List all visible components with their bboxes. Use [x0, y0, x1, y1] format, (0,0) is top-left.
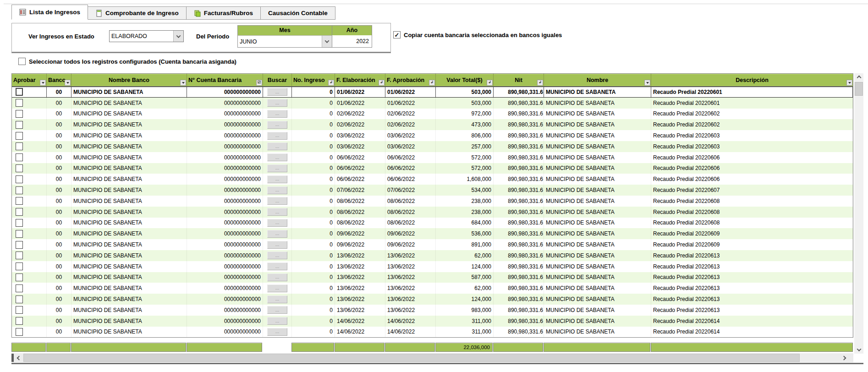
row-checkbox[interactable]	[16, 208, 23, 216]
column-header-aprobar[interactable]: Aprobar	[12, 74, 47, 86]
scroll-left-icon[interactable]	[15, 353, 23, 362]
table-row[interactable]: 00 MUNICIPIO DE SABANETA 000000000000 ..…	[12, 141, 853, 152]
buscar-button[interactable]: ...	[267, 88, 287, 96]
tab-causacion-contable[interactable]: Causación Contable	[261, 6, 335, 20]
table-row[interactable]: 00 MUNICIPIO DE SABANETA 000000000000 ..…	[12, 305, 853, 316]
row-checkbox[interactable]	[16, 328, 23, 336]
column-header-nombre[interactable]: Nombre	[544, 74, 651, 86]
table-row[interactable]: 00 MUNICIPIO DE SABANETA 000000000000 ..…	[12, 327, 853, 338]
row-checkbox[interactable]	[16, 132, 23, 140]
dropdown-icon[interactable]	[644, 80, 650, 86]
buscar-button[interactable]: ...	[267, 110, 287, 118]
tab-lista-de-ingresos[interactable]: Lista de Ingresos	[11, 5, 88, 20]
table-row[interactable]: 00 MUNICIPIO DE SABANETA 000000000000 ..…	[12, 185, 853, 196]
table-row[interactable]: 00 MUNICIPIO DE SABANETA 000000000000 ..…	[12, 283, 853, 294]
buscar-button[interactable]: ...	[267, 241, 287, 249]
buscar-button[interactable]: ...	[267, 153, 287, 161]
sort-icon[interactable]: ↲	[328, 80, 334, 86]
column-header-f-aprobacion[interactable]: F. Aprobación↲	[385, 74, 436, 86]
table-row[interactable]: 00 MUNICIPIO DE SABANETA 000000000000 ..…	[12, 250, 853, 261]
table-row[interactable]: 00 MUNICIPIO DE SABANETA 000000000000 ..…	[12, 272, 853, 283]
sort-icon[interactable]: ↲	[487, 80, 493, 86]
table-row[interactable]: 00 MUNICIPIO DE SABANETA 000000000000 ..…	[12, 316, 853, 327]
row-checkbox[interactable]	[16, 197, 23, 205]
buscar-button[interactable]: ...	[267, 186, 287, 194]
buscar-button[interactable]: ...	[267, 263, 287, 270]
dropdown-icon[interactable]	[180, 80, 186, 86]
horizontal-scrollbar[interactable]	[11, 353, 853, 362]
column-header-cuenta-bancaria[interactable]: N° Cuenta Bancaria☑	[187, 74, 263, 86]
row-checkbox[interactable]	[16, 164, 23, 172]
copiar-checkbox[interactable]	[393, 31, 401, 38]
scroll-up-icon[interactable]	[854, 73, 863, 82]
buscar-button[interactable]: ...	[267, 230, 287, 238]
mes-combobox[interactable]: JUNIO	[238, 35, 332, 47]
table-row[interactable]: 00 MUNICIPIO DE SABANETA 000000000000 ..…	[12, 174, 853, 185]
buscar-button[interactable]: ...	[267, 175, 287, 183]
table-row[interactable]: 00 MUNICIPIO DE SABANETA 000000000000 ..…	[12, 152, 853, 163]
sort-icon[interactable]: ↲	[537, 80, 543, 86]
table-row[interactable]: 00 MUNICIPIO DE SABANETA 000000000000 ..…	[12, 196, 853, 207]
row-checkbox[interactable]	[16, 175, 23, 183]
chevron-down-icon[interactable]	[173, 31, 183, 42]
row-checkbox[interactable]	[16, 153, 23, 161]
table-row[interactable]: 00 MUNICIPIO DE SABANETA 000000000000 ..…	[12, 109, 853, 120]
horizontal-scroll-thumb[interactable]	[23, 354, 800, 362]
table-row[interactable]: 00 MUNICIPIO DE SABANETA 000000000000 ..…	[12, 218, 853, 229]
dropdown-icon[interactable]	[40, 80, 46, 86]
column-header-banco[interactable]: Banco	[47, 74, 71, 86]
estado-combobox[interactable]: ELABORADO	[109, 30, 184, 42]
sort-icon[interactable]: ↲	[429, 80, 435, 86]
column-header-buscar[interactable]: Buscar	[263, 74, 292, 86]
row-checkbox[interactable]	[16, 142, 23, 150]
tab-facturas-rubros[interactable]: Facturas/Rubros	[187, 6, 261, 20]
row-checkbox[interactable]	[16, 110, 23, 118]
row-checkbox[interactable]	[16, 317, 23, 325]
splitter-handle[interactable]	[11, 354, 14, 362]
filter-icon[interactable]: ☑	[256, 80, 262, 86]
tab-comprobante-de-ingreso[interactable]: Comprobante de Ingreso	[88, 6, 187, 20]
column-header-valor-total[interactable]: Valor Total($)↲	[436, 74, 494, 86]
row-checkbox[interactable]	[16, 230, 23, 238]
row-checkbox[interactable]	[16, 295, 23, 303]
sort-icon[interactable]: ↲	[379, 80, 385, 86]
table-row[interactable]: 00 MUNICIPIO DE SABANETA 000000000000 ..…	[12, 228, 853, 239]
buscar-button[interactable]: ...	[267, 274, 287, 281]
scroll-down-icon[interactable]	[854, 345, 863, 354]
vertical-scrollbar[interactable]	[854, 73, 863, 354]
row-checkbox[interactable]	[16, 274, 23, 281]
row-checkbox[interactable]	[16, 241, 23, 249]
row-checkbox[interactable]	[16, 219, 23, 227]
buscar-button[interactable]: ...	[267, 164, 287, 172]
buscar-button[interactable]: ...	[267, 219, 287, 227]
column-header-nombre-banco[interactable]: Nombre Banco	[71, 74, 187, 86]
seleccionar-checkbox[interactable]	[18, 58, 26, 65]
table-row[interactable]: 00 MUNICIPIO DE SABANETA 000000000000 ..…	[12, 239, 853, 250]
dropdown-icon[interactable]	[846, 80, 852, 86]
column-header-nit[interactable]: Nit↲	[494, 74, 544, 86]
row-checkbox[interactable]	[16, 263, 23, 270]
row-checkbox[interactable]	[16, 186, 23, 194]
table-row[interactable]: 00 MUNICIPIO DE SABANETA 000000000000 ..…	[12, 87, 853, 98]
buscar-button[interactable]: ...	[267, 99, 287, 107]
row-checkbox[interactable]	[16, 121, 23, 129]
table-row[interactable]: 00 MUNICIPIO DE SABANETA 000000000000 ..…	[12, 207, 853, 218]
dropdown-icon[interactable]	[65, 80, 71, 86]
buscar-button[interactable]: ...	[267, 197, 287, 205]
buscar-button[interactable]: ...	[267, 208, 287, 216]
buscar-button[interactable]: ...	[267, 142, 287, 150]
row-checkbox[interactable]	[16, 284, 23, 292]
row-checkbox[interactable]	[16, 99, 23, 107]
column-header-descripcion[interactable]: Descripción	[651, 74, 853, 86]
row-checkbox[interactable]	[16, 88, 23, 96]
table-row[interactable]: 00 MUNICIPIO DE SABANETA 000000000000 ..…	[12, 98, 853, 109]
scroll-right-icon[interactable]	[840, 353, 848, 362]
chevron-down-icon[interactable]	[322, 36, 332, 47]
column-header-no-ingreso[interactable]: No. Ingreso↲	[292, 74, 335, 86]
buscar-button[interactable]: ...	[267, 284, 287, 292]
buscar-button[interactable]: ...	[267, 295, 287, 303]
buscar-button[interactable]: ...	[267, 328, 287, 336]
table-row[interactable]: 00 MUNICIPIO DE SABANETA 000000000000 ..…	[12, 261, 853, 272]
column-header-f-elaboracion[interactable]: F. Elaboración↲	[335, 74, 385, 86]
buscar-button[interactable]: ...	[267, 252, 287, 259]
